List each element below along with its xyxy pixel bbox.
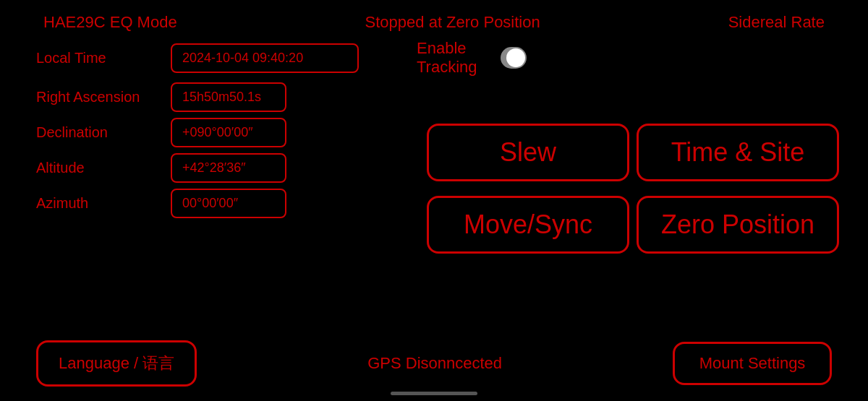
local-time-label: Local Time xyxy=(36,50,159,66)
az-label: Azimuth xyxy=(36,195,159,212)
alt-row: Altitude +42°28′36″ xyxy=(36,153,412,183)
dec-value: +090°00′00″ xyxy=(171,118,286,147)
ra-row: Right Ascension 15h50m50.1s xyxy=(36,82,412,112)
dec-label: Declination xyxy=(36,124,159,141)
alt-label: Altitude xyxy=(36,160,159,176)
az-value: 00°00′00″ xyxy=(171,189,286,218)
az-row: Azimuth 00°00′00″ xyxy=(36,189,412,218)
enable-tracking-toggle[interactable] xyxy=(501,47,526,69)
toggle-knob xyxy=(506,48,525,67)
left-panel: Local Time 2024-10-04 09:40:20 Enable Tr… xyxy=(36,39,412,330)
local-time-tracking-row: Local Time 2024-10-04 09:40:20 Enable Tr… xyxy=(36,39,412,77)
main-content: Local Time 2024-10-04 09:40:20 Enable Tr… xyxy=(0,39,868,330)
dec-row: Declination +090°00′00″ xyxy=(36,118,412,147)
slew-button[interactable]: Slew xyxy=(427,124,629,181)
center-panel: Slew Move/Sync xyxy=(427,39,629,330)
footer-bar: Language / 语言 GPS Disonncected Mount Set… xyxy=(0,330,868,401)
mount-status: Stopped at Zero Position xyxy=(365,13,540,32)
ra-label: Right Ascension xyxy=(36,89,159,105)
gps-status: GPS Disonncected xyxy=(197,354,673,373)
scroll-indicator xyxy=(391,392,477,395)
header-bar: HAE29C EQ Mode Stopped at Zero Position … xyxy=(0,0,868,39)
tracking-rate: Sidereal Rate xyxy=(728,13,825,32)
right-panel: Time & Site Zero Position xyxy=(644,39,832,330)
alt-value: +42°28′36″ xyxy=(171,153,286,183)
zero-position-button[interactable]: Zero Position xyxy=(637,196,839,254)
mount-settings-button[interactable]: Mount Settings xyxy=(673,342,832,385)
time-site-button[interactable]: Time & Site xyxy=(637,124,839,181)
move-sync-button[interactable]: Move/Sync xyxy=(427,196,629,254)
language-button[interactable]: Language / 语言 xyxy=(36,340,197,387)
ra-value: 15h50m50.1s xyxy=(171,82,286,112)
local-time-value: 2024-10-04 09:40:20 xyxy=(171,43,359,73)
app-title: HAE29C EQ Mode xyxy=(43,13,177,32)
local-time-row: Local Time 2024-10-04 09:40:20 xyxy=(36,43,359,73)
